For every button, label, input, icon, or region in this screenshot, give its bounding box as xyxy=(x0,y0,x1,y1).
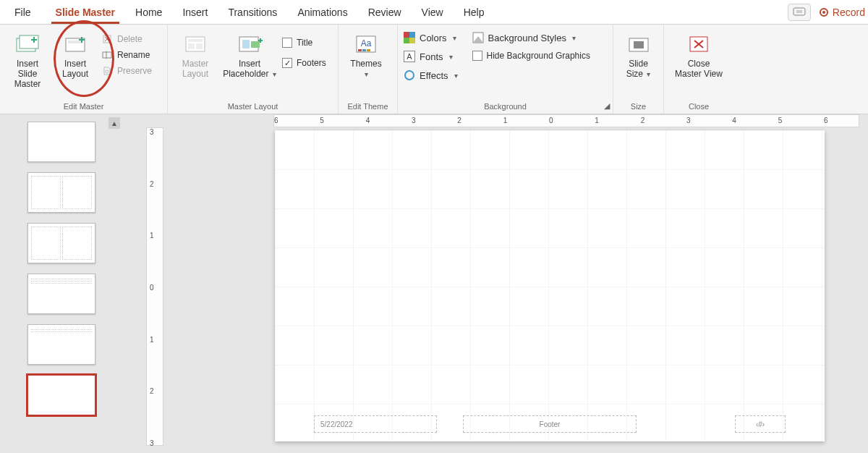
slide-number-placeholder-text: ‹#› xyxy=(756,420,765,428)
delete-label: Delete xyxy=(117,34,142,44)
layout-thumbnail[interactable] xyxy=(27,223,95,263)
colors-icon xyxy=(404,32,415,43)
tab-transitions[interactable]: Transitions xyxy=(218,0,287,24)
chevron-down-icon: ▾ xyxy=(453,34,456,42)
insert-slide-master-button[interactable]: Insert Slide Master xyxy=(6,30,49,89)
tab-strip: File Slide Master Home Insert Transition… xyxy=(0,0,868,25)
record-label: Record xyxy=(833,7,865,18)
group-close-label: Close xyxy=(670,101,728,114)
svg-text:A: A xyxy=(407,52,412,61)
ruler-tick: 1 xyxy=(150,232,154,240)
close-master-view-label: Close Master View xyxy=(675,59,723,80)
layout-thumbnail[interactable] xyxy=(27,122,95,162)
chevron-down-icon: ▾ xyxy=(647,70,650,78)
master-layout-icon xyxy=(182,32,208,56)
chevron-down-icon: ▾ xyxy=(273,70,276,78)
layout-thumbnail[interactable] xyxy=(27,172,95,213)
background-styles-label: Background Styles xyxy=(488,33,566,43)
record-button[interactable]: Record xyxy=(820,7,865,18)
ruler-tick: 1 xyxy=(503,117,508,124)
slide-number-placeholder[interactable]: ‹#› xyxy=(735,415,786,433)
slide-canvas[interactable]: 5/22/2022 Footer ‹#› xyxy=(275,130,825,441)
tab-review[interactable]: Review xyxy=(358,0,412,24)
effects-button[interactable]: Effects ▾ xyxy=(404,69,458,81)
svg-rect-33 xyxy=(409,38,415,43)
tab-slide-master[interactable]: Slide Master xyxy=(46,0,125,24)
layout-thumbnail-selected[interactable] xyxy=(27,375,95,415)
master-layout-label: Master Layout xyxy=(182,59,209,80)
work-area: ▲ 6543210123456 3210123 5/22/2022 xyxy=(0,114,868,453)
ruler-tick: 3 xyxy=(150,439,154,447)
hide-background-checkbox[interactable]: Hide Background Graphics xyxy=(472,51,590,61)
themes-icon: Aa xyxy=(353,32,379,56)
tab-file[interactable]: File xyxy=(0,0,46,24)
checkbox-checked-icon: ✓ xyxy=(282,58,292,68)
group-master-layout: Master Layout Insert Placeholder ▾ Title… xyxy=(168,25,339,114)
fonts-icon: A xyxy=(404,51,415,62)
svg-point-15 xyxy=(106,70,109,73)
ruler-tick: 6 xyxy=(824,117,828,124)
layout-thumbnail[interactable] xyxy=(27,274,95,314)
close-icon xyxy=(686,32,712,56)
svg-rect-28 xyxy=(362,49,366,51)
thumbnail-pane[interactable]: ▲ xyxy=(0,114,123,453)
scroll-up-button[interactable]: ▲ xyxy=(109,117,120,129)
insert-layout-icon xyxy=(62,32,88,56)
svg-rect-27 xyxy=(358,49,362,51)
date-placeholder[interactable]: 5/22/2022 xyxy=(314,415,437,433)
slide-size-label: Slide Size ▾ xyxy=(626,59,651,80)
tab-home[interactable]: Home xyxy=(125,0,172,24)
vertical-ruler: 3210123 xyxy=(146,127,163,446)
ruler-tick: 5 xyxy=(320,117,324,124)
checkbox-empty-icon xyxy=(282,38,292,48)
ruler-tick: 1 xyxy=(595,117,599,124)
tab-insert[interactable]: Insert xyxy=(172,0,218,24)
insert-layout-button[interactable]: Insert Layout xyxy=(54,30,97,80)
footers-checkbox[interactable]: ✓ Footers xyxy=(282,58,326,68)
tab-help[interactable]: Help xyxy=(454,0,495,24)
insert-placeholder-icon xyxy=(237,32,263,56)
insert-placeholder-button[interactable]: Insert Placeholder ▾ xyxy=(221,30,278,80)
chevron-down-icon: ▾ xyxy=(454,72,458,80)
rename-button[interactable]: Rename xyxy=(101,49,152,61)
layout-thumbnail[interactable] xyxy=(27,324,95,365)
ruler-tick: 3 xyxy=(150,128,154,136)
close-master-view-button[interactable]: Close Master View xyxy=(670,30,728,80)
footer-placeholder[interactable]: Footer xyxy=(463,415,637,433)
svg-point-36 xyxy=(405,71,414,80)
tab-view[interactable]: View xyxy=(412,0,454,24)
footer-placeholder-text: Footer xyxy=(540,420,561,428)
master-layout-button[interactable]: Master Layout xyxy=(174,30,217,80)
fonts-button[interactable]: A Fonts ▾ xyxy=(404,51,458,62)
svg-rect-19 xyxy=(196,43,203,49)
ruler-tick: 0 xyxy=(150,284,154,292)
title-checkbox[interactable]: Title xyxy=(282,38,326,48)
themes-button[interactable]: Aa Themes▾ xyxy=(344,30,388,80)
ruler-tick: 1 xyxy=(150,336,154,344)
chevron-down-icon: ▾ xyxy=(365,70,368,78)
ruler-tick: 2 xyxy=(150,180,154,188)
date-placeholder-text: 5/22/2022 xyxy=(320,420,353,428)
effects-icon xyxy=(404,69,415,81)
preserve-button[interactable]: Preserve xyxy=(101,65,152,77)
svg-rect-13 xyxy=(103,52,111,58)
ruler-tick: 2 xyxy=(641,117,645,124)
group-size: Slide Size ▾ Size xyxy=(613,25,664,114)
ruler-tick: 0 xyxy=(549,117,553,124)
insert-placeholder-label: Insert Placeholder ▾ xyxy=(223,59,276,80)
record-icon xyxy=(820,8,828,17)
background-dialog-launcher[interactable]: ◢ xyxy=(604,101,610,111)
tab-animations[interactable]: Animations xyxy=(287,0,357,24)
group-master-layout-label: Master Layout xyxy=(174,101,332,114)
svg-rect-7 xyxy=(68,41,82,43)
colors-button[interactable]: Colors ▾ xyxy=(404,32,458,43)
background-styles-icon xyxy=(472,32,484,43)
slide-size-button[interactable]: Slide Size ▾ xyxy=(619,30,658,80)
background-styles-button[interactable]: Background Styles ▾ xyxy=(472,32,590,43)
svg-rect-32 xyxy=(404,38,409,43)
present-button[interactable] xyxy=(788,4,811,21)
svg-rect-30 xyxy=(404,32,409,38)
group-background: Colors ▾ A Fonts ▾ Effects ▾ xyxy=(398,25,613,114)
delete-button[interactable]: Delete xyxy=(101,33,152,45)
editor-panel: 6543210123456 3210123 5/22/2022 Footer ‹… xyxy=(123,114,868,453)
